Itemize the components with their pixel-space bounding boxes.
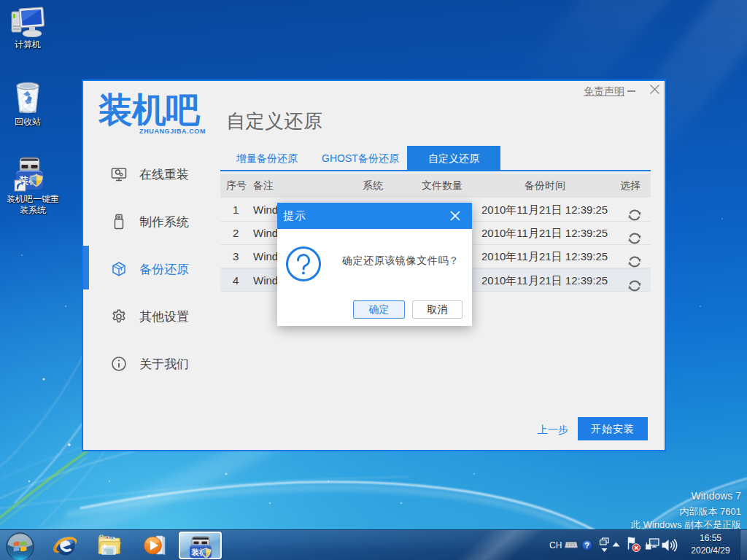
svg-text:?: ? [585,541,589,550]
